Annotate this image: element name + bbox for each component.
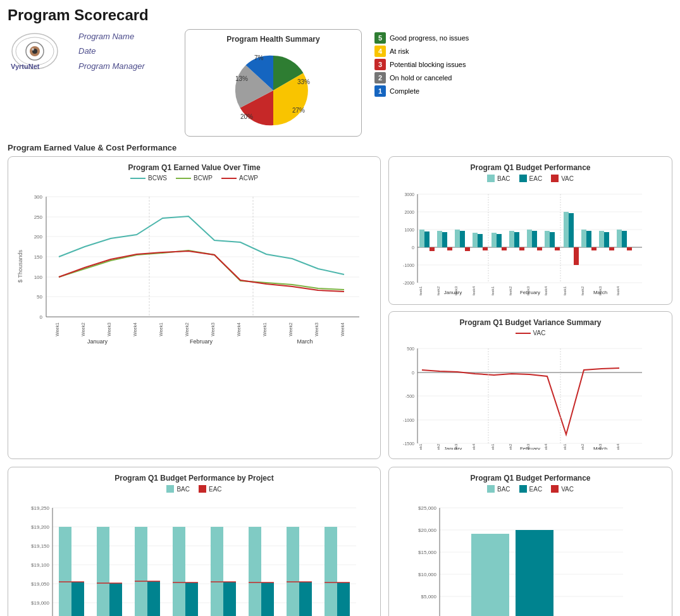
svg-text:200: 200	[34, 234, 43, 240]
bs-legend: BAC EAC VAC	[395, 485, 665, 493]
svg-text:250: 250	[34, 214, 43, 220]
svg-rect-62	[442, 232, 447, 247]
svg-text:13%: 13%	[235, 75, 248, 82]
svg-text:$19,250: $19,250	[31, 505, 49, 511]
svg-text:7%: 7%	[254, 54, 264, 61]
top-charts-row: Program Q1 Earned Value Over Time BCWS B…	[8, 156, 672, 459]
bp-legend-vac: VAC	[551, 175, 574, 182]
svg-text:Week1: Week1	[563, 286, 567, 295]
budget-variance-svg: 500 0 -500 -1000 -1500 Week	[395, 339, 648, 450]
page-container: Program Scorecard VyrtuNet	[0, 0, 680, 616]
svg-text:VyrtuNet: VyrtuNet	[11, 63, 40, 70]
svg-text:$19,000: $19,000	[31, 600, 49, 606]
svg-text:February: February	[520, 290, 540, 295]
bp-legend-bac: BAC	[487, 175, 510, 182]
svg-text:Week1: Week1	[491, 443, 495, 450]
page-title: Program Scorecard	[8, 6, 672, 24]
svg-rect-86	[586, 231, 591, 247]
svg-text:Week3: Week3	[107, 323, 111, 336]
bbp-legend-eac: EAC	[199, 485, 222, 493]
legend-badge-3: 3	[374, 59, 386, 70]
legend-badge-4: 4	[374, 46, 386, 57]
svg-text:$19,100: $19,100	[31, 562, 49, 568]
ev-chart-title: Program Q1 Earned Value Over Time	[15, 163, 374, 172]
svg-rect-91	[617, 230, 622, 247]
svg-text:Week2: Week2	[185, 323, 189, 336]
svg-text:Week4: Week4	[472, 443, 476, 450]
budget-perf-chart-box: Program Q1 Budget Performance BAC EAC VA…	[388, 156, 672, 305]
svg-text:Week4: Week4	[616, 286, 620, 295]
svg-rect-159	[109, 583, 122, 616]
svg-text:0: 0	[412, 245, 414, 250]
svg-rect-170	[211, 527, 223, 616]
svg-text:$19,050: $19,050	[31, 581, 49, 587]
legend-item-2: 2 On hold or canceled	[374, 72, 501, 83]
svg-text:$19,200: $19,200	[31, 524, 49, 530]
svg-rect-66	[465, 247, 470, 251]
svg-rect-154	[59, 527, 71, 616]
ev-chart-legend: BCWS BCWP ACWP	[15, 175, 374, 182]
svg-text:Week4: Week4	[544, 443, 548, 450]
svg-text:50: 50	[37, 294, 42, 300]
svg-text:February: February	[190, 338, 213, 345]
legend-item-5: 5 Good progress, no issues	[374, 32, 501, 44]
budget-by-project-box: Program Q1 Budget Performance by Project…	[8, 467, 381, 616]
health-pie-chart: 33% 27% 20% 13% 7%	[210, 46, 337, 128]
program-name-label: Program Name	[78, 29, 145, 44]
svg-rect-65	[460, 231, 465, 247]
svg-rect-81	[555, 247, 560, 250]
manager-label: Program Manager	[78, 59, 145, 73]
ev-legend-acwp: ACWP	[221, 175, 258, 182]
svg-rect-76	[527, 230, 532, 247]
bbp-legend: BAC EAC	[15, 485, 374, 493]
budget-by-project-svg: $19,250 $19,200 $19,150 $19,100 $19,050 …	[15, 495, 369, 616]
legend-text-4: At risk	[390, 47, 409, 55]
svg-rect-167	[185, 582, 198, 616]
legend-item-3: 3 Potential blocking issues	[374, 59, 501, 70]
svg-rect-59	[424, 231, 430, 247]
bp-legend-eac: EAC	[519, 175, 543, 182]
svg-rect-87	[591, 247, 597, 250]
svg-text:-1000: -1000	[403, 263, 414, 268]
svg-text:100: 100	[34, 274, 43, 280]
legend-box: 5 Good progress, no issues 4 At risk 3 P…	[374, 32, 501, 97]
svg-text:150: 150	[34, 254, 43, 260]
legend-text-5: Good progress, no issues	[390, 34, 469, 42]
svg-rect-174	[249, 527, 261, 616]
svg-rect-74	[514, 232, 519, 247]
svg-text:-500: -500	[405, 394, 414, 398]
svg-text:February: February	[520, 446, 540, 450]
svg-text:Week1: Week1	[263, 323, 267, 336]
svg-text:Week2: Week2	[509, 443, 512, 450]
svg-rect-71	[497, 234, 502, 247]
svg-rect-61	[437, 231, 442, 247]
svg-text:500: 500	[407, 347, 414, 351]
budget-perf-svg: 3000 2000 1000 0 -1000 -2000	[395, 185, 648, 295]
legend-text-1: Complete	[390, 87, 419, 95]
svg-rect-92	[622, 231, 627, 247]
svg-text:Week2: Week2	[288, 323, 293, 336]
svg-rect-72	[502, 247, 507, 250]
svg-rect-67	[473, 233, 478, 247]
svg-text:Week2: Week2	[81, 323, 85, 336]
svg-rect-80	[550, 232, 555, 247]
svg-rect-64	[455, 230, 460, 247]
svg-point-5	[32, 48, 34, 51]
svg-text:Week4: Week4	[340, 323, 345, 336]
svg-rect-75	[519, 247, 524, 250]
svg-rect-175	[261, 582, 274, 616]
budget-by-project-title: Program Q1 Budget Performance by Project	[15, 474, 374, 483]
svg-rect-84	[574, 247, 579, 265]
svg-text:$ Thousands: $ Thousands	[17, 250, 23, 283]
svg-rect-183	[337, 582, 350, 616]
ev-chart-svg: $ Thousands 300 250 200 150 100 50 0	[15, 184, 369, 348]
right-charts-col: Program Q1 Budget Performance BAC EAC VA…	[388, 156, 672, 459]
svg-rect-89	[604, 232, 609, 247]
svg-text:Week2: Week2	[436, 443, 440, 450]
svg-rect-85	[581, 230, 586, 247]
svg-text:Week2: Week2	[581, 443, 584, 450]
svg-text:Week1: Week1	[491, 286, 495, 295]
bs-legend-eac: EAC	[519, 485, 543, 493]
svg-rect-69	[483, 247, 488, 250]
budget-perf-title: Program Q1 Budget Performance	[395, 163, 665, 172]
